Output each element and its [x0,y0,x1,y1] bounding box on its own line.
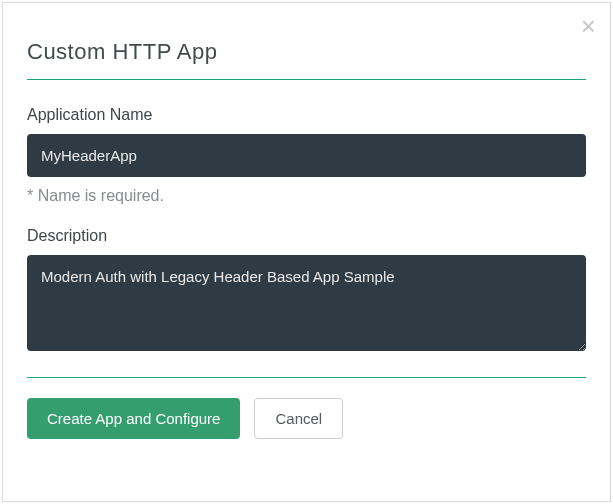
button-row: Create App and Configure Cancel [27,398,586,439]
modal-title: Custom HTTP App [27,39,586,65]
footer-divider [27,377,586,378]
name-required-hint: * Name is required. [27,187,586,205]
description-input[interactable]: Modern Auth with Legacy Header Based App… [27,255,586,351]
title-divider [27,79,586,80]
application-name-input[interactable] [27,134,586,177]
create-app-button[interactable]: Create App and Configure [27,398,240,439]
cancel-button[interactable]: Cancel [254,398,343,439]
description-label: Description [27,227,586,245]
application-name-label: Application Name [27,106,586,124]
custom-http-app-modal: × Custom HTTP App Application Name * Nam… [2,2,611,502]
close-icon[interactable]: × [581,13,596,39]
